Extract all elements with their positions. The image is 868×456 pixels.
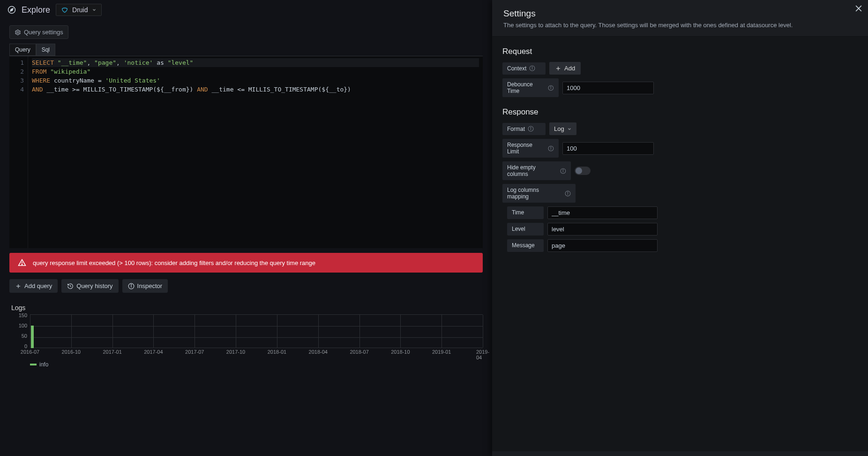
svg-point-9 <box>131 284 131 285</box>
history-icon <box>67 283 74 289</box>
hide-empty-label: Hide empty columns <box>502 161 571 180</box>
format-select[interactable]: Log <box>549 122 576 135</box>
svg-point-25 <box>551 147 551 147</box>
response-limit-label: Response Limit <box>502 139 559 158</box>
query-history-button[interactable]: Query history <box>61 279 118 293</box>
editor-code[interactable]: SELECT "__time", "page", 'notice' as "le… <box>28 56 483 248</box>
svg-point-14 <box>532 67 532 67</box>
tab-query[interactable]: Query <box>9 44 36 56</box>
warning-icon <box>18 258 26 267</box>
y-axis: 150 100 50 0 <box>9 314 30 348</box>
query-history-label: Query history <box>76 282 112 289</box>
main-area: Query settings Query Sql 1234 SELECT "__… <box>0 23 492 456</box>
info-icon <box>548 145 554 152</box>
panel-body: Request Context Add Debounce Time Respon… <box>492 37 868 451</box>
add-query-label: Add query <box>24 282 52 289</box>
log-mapping-label: Log columns mapping <box>502 184 576 203</box>
response-limit-input[interactable] <box>562 142 654 155</box>
map-time-input[interactable] <box>547 206 658 219</box>
close-icon[interactable] <box>854 4 863 13</box>
query-tabs: Query Sql <box>9 44 483 56</box>
map-message-label: Message <box>507 239 544 252</box>
warning-banner: query response limit exceeded (> 100 row… <box>9 253 483 273</box>
chart-bar <box>31 326 34 348</box>
warning-text: query response limit exceeded (> 100 row… <box>33 259 315 266</box>
add-query-button[interactable]: Add query <box>9 279 58 293</box>
map-level-label: Level <box>507 223 544 236</box>
info-icon <box>548 85 554 91</box>
datasource-name: Druid <box>72 6 88 14</box>
svg-point-22 <box>531 127 531 128</box>
map-time-label: Time <box>507 206 544 219</box>
logs-chart: 150 100 50 0 2016-07 2016-10 2017-01 <box>9 314 483 361</box>
svg-point-28 <box>563 169 563 170</box>
query-settings-button[interactable]: Query settings <box>9 25 68 39</box>
chart-grid <box>30 314 483 348</box>
info-icon <box>128 283 135 289</box>
plus-icon <box>555 65 561 72</box>
plus-icon <box>15 283 22 289</box>
chart-legend: info <box>9 361 483 368</box>
panel-title: Settings <box>503 8 857 19</box>
chevron-down-icon <box>92 8 97 12</box>
svg-point-31 <box>568 192 568 192</box>
chevron-down-icon <box>567 127 572 131</box>
tab-sql[interactable]: Sql <box>36 44 55 56</box>
context-add-button[interactable]: Add <box>549 62 581 75</box>
info-icon <box>565 190 571 197</box>
debounce-label: Debounce Time <box>502 78 559 97</box>
sql-editor[interactable]: 1234 SELECT "__time", "page", 'notice' a… <box>9 56 483 248</box>
compass-icon <box>7 6 16 14</box>
page-title: Explore <box>22 5 50 15</box>
gear-icon <box>15 29 21 36</box>
format-label: Format <box>502 123 546 135</box>
inspector-button[interactable]: Inspector <box>122 279 168 293</box>
x-axis: 2016-07 2016-10 2017-01 2017-04 2017-07 … <box>30 349 483 357</box>
query-settings-label: Query settings <box>24 29 63 36</box>
map-message-input[interactable] <box>547 239 658 252</box>
legend-label: info <box>39 361 48 368</box>
panel-header: Settings The settings to attach to the q… <box>492 0 868 37</box>
info-icon <box>560 168 566 174</box>
editor-gutter: 1234 <box>9 56 28 248</box>
settings-panel: Settings The settings to attach to the q… <box>492 0 868 456</box>
druid-icon <box>61 6 68 14</box>
request-heading: Request <box>502 47 858 56</box>
context-label: Context <box>502 62 546 75</box>
inspector-label: Inspector <box>137 282 162 289</box>
svg-marker-1 <box>10 8 13 11</box>
info-icon <box>529 65 535 71</box>
panel-subtitle: The settings to attach to the query. Tho… <box>503 22 857 29</box>
datasource-picker[interactable]: Druid <box>56 4 101 16</box>
map-level-input[interactable] <box>547 223 658 236</box>
svg-point-2 <box>17 31 19 33</box>
legend-swatch <box>30 364 37 365</box>
hide-empty-toggle[interactable] <box>575 167 591 175</box>
format-value: Log <box>554 125 564 132</box>
logs-title: Logs <box>9 299 483 314</box>
svg-point-19 <box>551 86 551 87</box>
info-icon <box>528 126 534 132</box>
debounce-input[interactable] <box>562 82 654 94</box>
log-mapping-group: Time Level Message <box>502 206 858 252</box>
add-label: Add <box>564 65 575 72</box>
query-toolbar: Add query Query history Inspector <box>9 273 483 299</box>
svg-point-4 <box>22 264 22 265</box>
response-heading: Response <box>502 107 858 117</box>
